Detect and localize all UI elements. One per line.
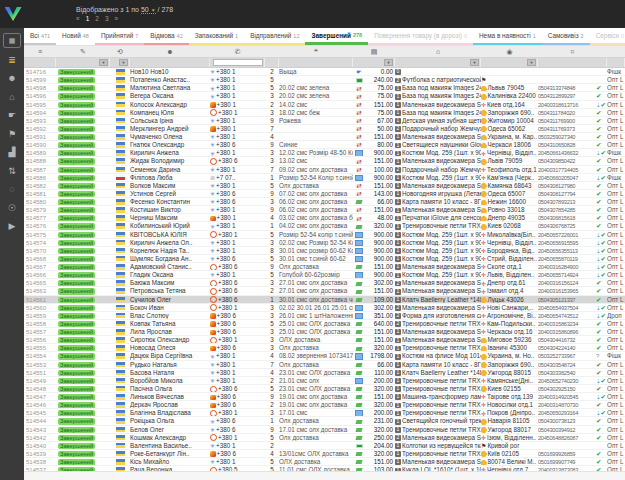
tab-Відправлений[interactable]: Відправлений12 — [244, 28, 305, 45]
sidebar-item-video-icon[interactable]: ▶ — [4, 220, 20, 233]
sidebar-item-clients-icon[interactable]: ☻ — [4, 72, 20, 85]
tab-Сервіси[interactable]: Сервіси0 — [590, 28, 625, 45]
filter-dropdown-button[interactable]: ▼ — [470, 59, 479, 66]
table-row[interactable]: 514576ЗавершенийКобилинський Юрий+380 11… — [24, 222, 625, 230]
table-row[interactable]: 514553ЗавершенийРудько Наталья+380 17Олх… — [24, 361, 625, 369]
table-row[interactable]: 514580ЗавершенийФесенко Константин+380 6… — [24, 198, 625, 206]
table-row[interactable]: 514570ЗавершенийКорнелюк Надія Та..+380 … — [24, 247, 625, 255]
city-cell: Запоріжжя 690.. — [481, 109, 538, 116]
table-row[interactable]: 514561ЗавершенийСучилов Олег+380 6130.01… — [24, 296, 625, 304]
table-row[interactable]: 514539ЗавершенийРоке-Бетанкурт Лін..+380… — [24, 450, 625, 458]
table-row[interactable]: 514560ЗавершенийБокоч Иван+380 1302.02 3… — [24, 304, 625, 312]
sidebar-item-statistics-icon[interactable]: ▟ — [4, 146, 20, 159]
table-row[interactable]: 514542ЗавершенийКошмак Александр+380 15О… — [24, 434, 625, 442]
page-button[interactable]: 3 — [105, 15, 109, 22]
table-row[interactable]: 514590ЗавершенийГнатюк Олександр+380 69С… — [24, 141, 625, 149]
table-row[interactable]: 514591ЗавершенийЧумаченко Олена+380 1415… — [24, 133, 625, 141]
phone-cell: +380 6 — [210, 401, 265, 408]
first-page-button[interactable]: « — [76, 15, 80, 22]
table-row[interactable]: 514588ЗавершенийЖидак Володимир+380 6313… — [24, 157, 625, 165]
table-row[interactable]: 514579ЗавершенийКостишин Виктор+380 1906… — [24, 206, 625, 214]
tab-Самовивіз[interactable]: Самовивіз2 — [542, 28, 590, 45]
table-row[interactable]: 514595ЗавершенийКолосок Александр+380 12… — [24, 101, 625, 109]
table-row[interactable]: 514566ЗавершенийГладик Оксана+380 15Голу… — [24, 271, 625, 279]
table-row[interactable]: 514587ЗавершенийСеменюк Дарина+380 1709.… — [24, 166, 625, 174]
tab-Завершений[interactable]: Завершений278 — [305, 28, 368, 45]
table-row[interactable]: 514557ЗавершенийЛила Ярослав+380 6325.01… — [24, 328, 625, 336]
tab-Запакований[interactable]: Запакований1 — [189, 28, 244, 45]
sidebar-item-info-icon[interactable]: ◌ — [4, 183, 20, 196]
table-row[interactable]: 514598ЗавершенийМалютина Светлана+380 15… — [24, 84, 625, 92]
sidebar-item-marketing-icon[interactable]: ⚑ — [4, 128, 20, 141]
table-row[interactable]: 514581ЗавершенийУстинов Сергей+380 6907.… — [24, 190, 625, 198]
table-row[interactable]: 514543ЗавершенийБелов Олег+380 6917.01 с… — [24, 426, 625, 434]
page-button[interactable]: 2 — [95, 15, 99, 22]
tab-Нема в наявності[interactable]: Нема в наявності1 — [473, 28, 542, 45]
table-row[interactable]: 514544ЗавершенийРокіцька Ольга+380 61Олх… — [24, 417, 625, 425]
card-payment-icon — [355, 175, 363, 181]
tab-Всі[interactable]: Всі471 — [24, 28, 56, 45]
table-row[interactable]: 514556ЗавершенийСиротюк Олександр+380 13… — [24, 336, 625, 344]
table-row[interactable]: 514548ЗавершенийПасічна Ольга+380 6523.0… — [24, 385, 625, 393]
table-row[interactable]: 514565ЗавершенийБаюжа Максим+380 6327.01… — [24, 279, 625, 287]
tab-Повернення товару (в дорозі)[interactable]: Повернення товару (в дорозі)0 — [368, 28, 473, 45]
table-row[interactable]: 514592ЗавершенийМерклингер Андрей+380 17… — [24, 125, 625, 133]
table-row[interactable]: 514554ЗавершенийДацюк Віра Сергіївна+380… — [24, 352, 625, 360]
olx-icon — [210, 296, 217, 302]
table-row[interactable]: 514716ЗавершенийНов10 Нов10+380 12Выща0.… — [24, 68, 625, 76]
table-row[interactable]: 514599ЗавершенийПотапенко Анастас..+380 … — [24, 76, 625, 84]
tab-Відмова[interactable]: Відмова42 — [144, 28, 188, 45]
table-row[interactable]: 514559ЗавершенийВлас Слотюу+380 6326.01 … — [24, 312, 625, 320]
sidebar-item-warehouse-icon[interactable]: ⌂ — [4, 91, 20, 104]
filter-dropdown-button[interactable]: ▼ — [384, 59, 393, 66]
sidebar-item-web-icon[interactable]: ☉ — [4, 202, 20, 215]
checkmark-icon: ✔ — [596, 133, 601, 140]
phone-number: +380 1 — [216, 361, 235, 368]
table-row[interactable]: 514549ЗавершенийВоробйов Микола+380 1221… — [24, 377, 625, 385]
table-row[interactable]: 514593ЗавершенийСольська Іріна+380 19Рож… — [24, 117, 625, 125]
table-row[interactable]: 514540ЗавершенийВалентина Василье..+380 … — [24, 442, 625, 450]
table-row[interactable]: 514555ЗавершенийНовосад Олеся+380 63Олх … — [24, 344, 625, 352]
page-size-dropdown[interactable]: 50 ▼ — [141, 6, 156, 14]
novaposhta-icon — [481, 304, 486, 311]
order-id: 514580 — [24, 198, 56, 205]
table-row[interactable]: 514577ЗавершенийЧерниш Максим+380 1403.0… — [24, 214, 625, 222]
tracking-number: 0504307854285 — [538, 206, 596, 213]
table-row[interactable]: 514551ЗавершенийБасова Наталя+380 1423.0… — [24, 369, 625, 377]
table-row[interactable]: 514547ЗавершенийЛиньков Вячеслав+380 691… — [24, 393, 625, 401]
client-name: Линьков Вячеслав — [130, 393, 210, 400]
tab-Новий[interactable]: Новий48 — [56, 28, 95, 45]
sidebar-item-integrations-icon[interactable]: ⇅ — [4, 165, 20, 178]
sidebar-item-orders-list-icon[interactable]: ≣ — [4, 54, 20, 67]
last-page-button[interactable]: » — [115, 15, 119, 22]
table-row[interactable]: 514586ЗавершенийФіліпова Люба+7 07..1Роз… — [24, 174, 625, 182]
table-row[interactable]: 514589ЗавершенийКирилич Анжела+380 1312.… — [24, 149, 625, 157]
city-cell: Агрономічне, Ві.. — [481, 312, 538, 319]
table-row[interactable]: 514568ЗавершенийШумляс Богдана Ан..+380 … — [24, 255, 625, 263]
city-cell: Киев 02155 — [481, 385, 538, 392]
table-row[interactable]: 514567ЗавершенийАдамовский Станис..+380 … — [24, 263, 625, 271]
sidebar-item-hand-pointer-icon[interactable]: ☛ — [4, 109, 20, 122]
sidebar-item-cards-icon[interactable]: ▦ — [3, 33, 21, 48]
phone-filter-input[interactable] — [213, 59, 263, 66]
filter-dropdown-button[interactable]: ▼ — [119, 59, 128, 66]
filter-dropdown-button[interactable]: ▼ — [99, 59, 108, 66]
tab-Прийнятий[interactable]: Прийнятий7 — [95, 28, 144, 45]
instagram-icon — [210, 330, 216, 336]
table-row[interactable]: 514538ЗавершенийКісь Михайло+380 15ОЛХ д… — [24, 458, 625, 466]
table-row[interactable]: 514546ЗавершенийДеркач Ярослав+380 6219.… — [24, 401, 625, 409]
table-row[interactable]: 514563ЗавершенийПетровська Тетяна+380 62… — [24, 287, 625, 295]
page-button[interactable]: 1 — [86, 15, 90, 22]
table-row[interactable]: 514596ЗавершенийВегера Оксана+380 1320.0… — [24, 92, 625, 100]
flag-ua-icon — [116, 272, 125, 278]
table-row[interactable]: 514545ЗавершенийБлагінна Владіслава+380 … — [24, 409, 625, 417]
filter-dropdown-button[interactable]: ▼ — [527, 59, 536, 66]
table-row[interactable]: 514574ЗавершенийКирилич Анжела Ол..+380 … — [24, 239, 625, 247]
table-row[interactable]: 514594ЗавершенийКомпанец Юля+380 1318.02… — [24, 109, 625, 117]
app-logo[interactable] — [0, 0, 26, 28]
table-row[interactable]: 514575ЗавершенийКВІТОВСЬКА ЮЛІЯ+380 15Ро… — [24, 231, 625, 239]
table-row[interactable]: 514582ЗавершенийВолков Максим+380 15Олх … — [24, 182, 625, 190]
country-cell — [110, 312, 130, 319]
table-row[interactable]: 514558ЗавершенийКовпак Татьяна+380 6525.… — [24, 320, 625, 328]
payment-cell — [353, 361, 365, 368]
